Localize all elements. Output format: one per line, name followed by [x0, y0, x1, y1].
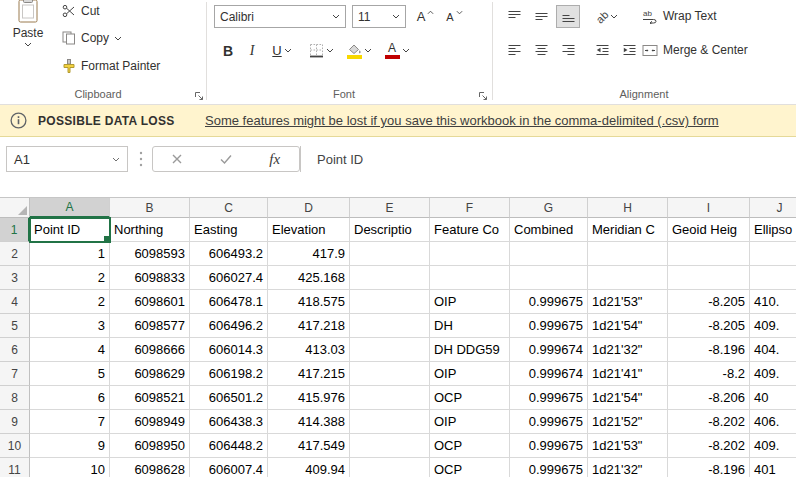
- cell-A3[interactable]: 2: [30, 266, 110, 290]
- cell-A4[interactable]: 2: [30, 290, 110, 314]
- cell-I4[interactable]: -8.205: [668, 290, 750, 314]
- cell-A7[interactable]: 5: [30, 362, 110, 386]
- row-header-2[interactable]: 2: [0, 242, 30, 266]
- cell-H7[interactable]: 1d21'41": [588, 362, 668, 386]
- cell-D11[interactable]: 409.94: [268, 458, 350, 477]
- cell-I11[interactable]: -8.196: [668, 458, 750, 477]
- align-center-button[interactable]: [529, 38, 553, 63]
- cell-H6[interactable]: 1d21'32": [588, 338, 668, 362]
- cell-E8[interactable]: [350, 386, 430, 410]
- cell-I7[interactable]: -8.2: [668, 362, 750, 386]
- cell-I3[interactable]: [668, 266, 750, 290]
- cell-E11[interactable]: [350, 458, 430, 477]
- cell-E6[interactable]: [350, 338, 430, 362]
- cell-D4[interactable]: 418.575: [268, 290, 350, 314]
- cell-C11[interactable]: 606007.4: [190, 458, 268, 477]
- cell-I9[interactable]: -8.202: [668, 410, 750, 434]
- row-header-1[interactable]: 1: [0, 218, 30, 242]
- cell-F11[interactable]: OCP: [430, 458, 510, 477]
- cell-B9[interactable]: 6098949: [110, 410, 190, 434]
- column-header-F[interactable]: F: [430, 198, 510, 218]
- cell-F5[interactable]: DH: [430, 314, 510, 338]
- cell-C10[interactable]: 606448.2: [190, 434, 268, 458]
- align-bottom-button[interactable]: [556, 5, 580, 28]
- italic-button[interactable]: I: [242, 38, 262, 63]
- cell-J6[interactable]: 404.: [750, 338, 796, 362]
- merge-center-button[interactable]: Merge & Center: [638, 39, 752, 61]
- message-bar-link[interactable]: Some features might be lost if you save …: [205, 113, 719, 128]
- column-header-J[interactable]: J: [750, 198, 796, 218]
- increase-font-size-button[interactable]: A: [412, 5, 439, 28]
- cell-J2[interactable]: [750, 242, 796, 266]
- cell-I6[interactable]: -8.196: [668, 338, 750, 362]
- format-painter-button[interactable]: Format Painter: [58, 55, 164, 77]
- cell-J11[interactable]: 401: [750, 458, 796, 477]
- row-header-7[interactable]: 7: [0, 362, 30, 386]
- cell-A6[interactable]: 4: [30, 338, 110, 362]
- align-left-button[interactable]: [502, 38, 526, 63]
- name-box[interactable]: A1: [6, 146, 128, 172]
- cell-D3[interactable]: 425.168: [268, 266, 350, 290]
- font-dialog-launcher[interactable]: [476, 89, 490, 103]
- cell-G8[interactable]: 0.999675: [510, 386, 588, 410]
- cell-A8[interactable]: 6: [30, 386, 110, 410]
- cell-C6[interactable]: 606014.3: [190, 338, 268, 362]
- copy-button[interactable]: Copy: [58, 27, 126, 49]
- cell-E4[interactable]: [350, 290, 430, 314]
- cell-E5[interactable]: [350, 314, 430, 338]
- row-header-9[interactable]: 9: [0, 410, 30, 434]
- cell-I5[interactable]: -8.205: [668, 314, 750, 338]
- cell-J3[interactable]: [750, 266, 796, 290]
- paste-button[interactable]: Paste: [4, 0, 52, 47]
- cell-I8[interactable]: -8.206: [668, 386, 750, 410]
- cell-J7[interactable]: 409.: [750, 362, 796, 386]
- cell-A9[interactable]: 7: [30, 410, 110, 434]
- cell-I2[interactable]: [668, 242, 750, 266]
- cancel-button[interactable]: [172, 154, 182, 164]
- cell-C5[interactable]: 606496.2: [190, 314, 268, 338]
- font-name-combo[interactable]: Calibri: [214, 5, 346, 28]
- cell-E9[interactable]: [350, 410, 430, 434]
- cell-J10[interactable]: 409.: [750, 434, 796, 458]
- cell-B6[interactable]: 6098666: [110, 338, 190, 362]
- cell-J9[interactable]: 406.: [750, 410, 796, 434]
- column-header-H[interactable]: H: [588, 198, 668, 218]
- cell-A5[interactable]: 3: [30, 314, 110, 338]
- cell-C9[interactable]: 606438.3: [190, 410, 268, 434]
- cell-F2[interactable]: [430, 242, 510, 266]
- cell-J4[interactable]: 410.: [750, 290, 796, 314]
- cell-G5[interactable]: 0.999675: [510, 314, 588, 338]
- cell-A2[interactable]: 1: [30, 242, 110, 266]
- row-header-4[interactable]: 4: [0, 290, 30, 314]
- cell-F8[interactable]: OCP: [430, 386, 510, 410]
- column-header-A[interactable]: A: [30, 198, 110, 218]
- cut-button[interactable]: Cut: [58, 0, 104, 22]
- cell-G7[interactable]: 0.999674: [510, 362, 588, 386]
- underline-button[interactable]: U: [264, 38, 300, 63]
- row-header-3[interactable]: 3: [0, 266, 30, 290]
- cell-H11[interactable]: 1d21'32": [588, 458, 668, 477]
- cell-B10[interactable]: 6098950: [110, 434, 190, 458]
- cell-H2[interactable]: [588, 242, 668, 266]
- cell-B4[interactable]: 6098601: [110, 290, 190, 314]
- cell-F4[interactable]: OIP: [430, 290, 510, 314]
- cell-C4[interactable]: 606478.1: [190, 290, 268, 314]
- cell-D10[interactable]: 417.549: [268, 434, 350, 458]
- column-header-G[interactable]: G: [510, 198, 588, 218]
- cell-D1[interactable]: Elevation: [268, 218, 350, 242]
- cell-B7[interactable]: 6098629: [110, 362, 190, 386]
- cell-J1[interactable]: Ellipso: [750, 218, 796, 242]
- cell-G10[interactable]: 0.999675: [510, 434, 588, 458]
- align-top-button[interactable]: [502, 5, 526, 28]
- row-header-6[interactable]: 6: [0, 338, 30, 362]
- cell-C8[interactable]: 606501.2: [190, 386, 268, 410]
- wrap-text-button[interactable]: ab Wrap Text: [638, 5, 721, 27]
- column-header-B[interactable]: B: [110, 198, 190, 218]
- cell-B11[interactable]: 6098628: [110, 458, 190, 477]
- cell-D8[interactable]: 415.976: [268, 386, 350, 410]
- insert-function-button[interactable]: fx: [269, 151, 280, 168]
- cell-I10[interactable]: -8.202: [668, 434, 750, 458]
- cell-H4[interactable]: 1d21'53": [588, 290, 668, 314]
- cell-D6[interactable]: 413.03: [268, 338, 350, 362]
- row-header-10[interactable]: 10: [0, 434, 30, 458]
